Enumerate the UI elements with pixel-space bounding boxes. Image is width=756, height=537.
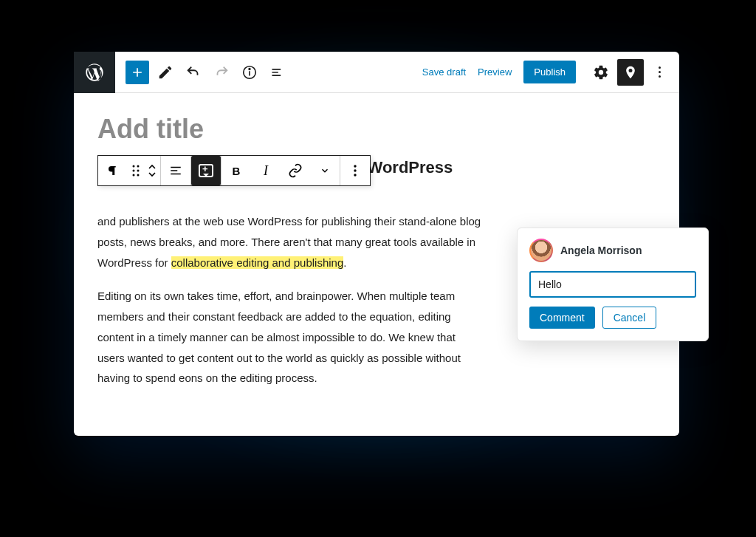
redo-button[interactable] xyxy=(210,61,233,84)
para1-text-b: . xyxy=(343,256,346,269)
save-draft-button[interactable]: Save draft xyxy=(422,66,466,78)
paragraph-block-2[interactable]: Editing on its own takes time, effort, a… xyxy=(97,286,481,389)
link-button[interactable] xyxy=(281,156,310,185)
italic-icon: I xyxy=(264,163,268,179)
italic-button[interactable]: I xyxy=(251,156,281,185)
redo-icon xyxy=(213,64,230,81)
add-comment-button[interactable] xyxy=(191,156,221,185)
edit-tool-button[interactable] xyxy=(154,61,177,84)
list-icon xyxy=(270,65,285,80)
paragraph-block-1[interactable]: and publishers at the web use WordPress … xyxy=(97,211,481,273)
undo-button[interactable] xyxy=(182,61,205,84)
paragraph-type-button[interactable] xyxy=(98,156,128,185)
add-block-button[interactable] xyxy=(126,61,149,84)
comment-plus-icon xyxy=(199,164,213,177)
undo-icon xyxy=(185,64,202,81)
comment-popup: Angela Morrison Comment Cancel xyxy=(517,228,709,341)
svg-point-4 xyxy=(137,165,140,168)
post-title-placeholder[interactable]: Add title xyxy=(97,114,656,145)
gear-icon xyxy=(593,64,609,81)
svg-point-2 xyxy=(249,68,250,69)
updown-icon xyxy=(148,164,157,177)
svg-point-3 xyxy=(133,165,135,168)
publish-button[interactable]: Publish xyxy=(523,61,576,83)
pilcrow-icon xyxy=(106,164,120,177)
more-format-button[interactable] xyxy=(310,156,340,185)
move-arrows[interactable] xyxy=(144,156,160,185)
settings-button[interactable] xyxy=(589,61,613,84)
chevron-down-icon xyxy=(320,165,330,176)
top-toolbar: Save draft Preview Publish xyxy=(74,52,679,93)
info-button[interactable] xyxy=(238,61,261,84)
pencil-icon xyxy=(157,64,173,81)
plus-icon xyxy=(130,65,145,80)
svg-point-6 xyxy=(137,170,140,172)
bold-icon: B xyxy=(233,165,241,177)
block-toolbar: B I xyxy=(97,155,371,186)
drag-icon xyxy=(132,165,140,177)
wordpress-logo[interactable] xyxy=(74,52,115,93)
comment-cancel-button[interactable]: Cancel xyxy=(602,307,657,329)
editor-window: Save draft Preview Publish Add title Bri… xyxy=(74,52,679,436)
comment-submit-button[interactable]: Comment xyxy=(529,307,595,329)
drag-handle[interactable] xyxy=(128,156,144,185)
link-icon xyxy=(288,163,303,178)
comment-author: Angela Morrison xyxy=(560,244,642,256)
comment-input[interactable] xyxy=(529,271,696,298)
avatar xyxy=(529,239,553,262)
location-icon xyxy=(623,65,638,80)
wordpress-icon xyxy=(84,62,105,83)
svg-point-7 xyxy=(133,174,135,177)
kebab-icon xyxy=(354,165,357,177)
svg-point-11 xyxy=(354,174,356,176)
svg-point-10 xyxy=(354,169,356,171)
align-icon xyxy=(169,164,182,177)
svg-point-8 xyxy=(137,174,140,177)
bold-button[interactable]: B xyxy=(221,156,251,185)
multicollab-button[interactable] xyxy=(617,59,644,86)
align-button[interactable] xyxy=(161,156,190,185)
block-more-button[interactable] xyxy=(340,156,370,185)
outline-button[interactable] xyxy=(266,61,289,84)
highlighted-text[interactable]: collaborative editing and publishing xyxy=(171,256,344,269)
svg-point-9 xyxy=(354,165,356,167)
info-icon xyxy=(241,64,258,81)
svg-point-5 xyxy=(133,170,135,172)
preview-button[interactable]: Preview xyxy=(478,66,512,78)
more-options-button[interactable] xyxy=(648,66,670,78)
